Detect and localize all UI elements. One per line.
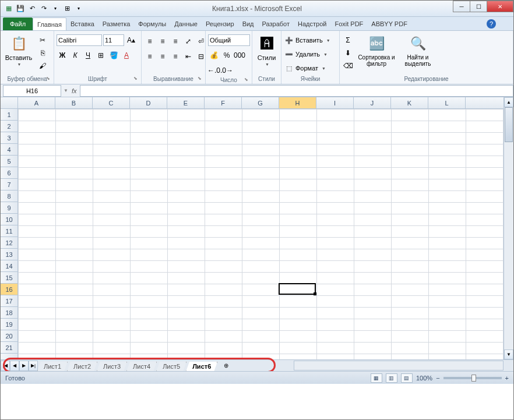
zoom-slider[interactable] (443, 377, 502, 379)
column-header[interactable]: L (428, 97, 466, 108)
sheet-nav-next-icon[interactable]: ▶ (19, 361, 29, 371)
align-right-icon[interactable]: ≡ (170, 51, 181, 62)
row-header[interactable]: 13 (1, 249, 17, 260)
row-header[interactable]: 17 (1, 295, 17, 307)
row-header[interactable]: 7 (1, 179, 17, 190)
qat-dropdown-icon[interactable]: ▾ (74, 4, 83, 13)
ribbon-tab[interactable]: Вставка (66, 17, 98, 30)
copy-icon[interactable]: ⎘ (37, 47, 48, 59)
row-header[interactable]: 18 (1, 307, 17, 319)
ribbon-tab[interactable]: Надстрой (294, 17, 330, 30)
currency-icon[interactable]: 💰 (208, 50, 220, 61)
sheet-tab[interactable]: Лист2 (67, 362, 97, 372)
sheet-nav-prev-icon[interactable]: ◀ (10, 361, 19, 371)
zoom-in-icon[interactable]: + (505, 375, 509, 382)
paste-button[interactable]: 📋 Вставить ▼ (3, 34, 34, 66)
qat-more-icon[interactable]: ▾ (51, 4, 60, 13)
align-left-icon[interactable]: ≡ (144, 51, 156, 62)
comma-icon[interactable]: 000 (234, 50, 245, 61)
row-header[interactable]: 20 (1, 330, 17, 342)
vscroll-thumb[interactable] (505, 107, 513, 142)
row-header[interactable]: 3 (1, 132, 17, 144)
maximize-button[interactable]: ☐ (470, 1, 487, 12)
page-layout-view-icon[interactable]: ▥ (386, 373, 397, 383)
fx-button[interactable]: fx (68, 87, 80, 94)
redo-icon[interactable]: ↷ (39, 4, 48, 13)
styles-dropdown-icon[interactable]: ▼ (265, 62, 269, 66)
insert-cells-button[interactable]: ➕Вставить▼ (284, 34, 332, 46)
active-cell[interactable] (279, 283, 316, 295)
row-header[interactable]: 11 (1, 225, 17, 237)
scroll-up-icon[interactable]: ▲ (504, 97, 513, 107)
row-header[interactable]: 21 (1, 342, 17, 354)
format-cells-button[interactable]: ⬚Формат▼ (284, 62, 327, 74)
row-header[interactable]: 19 (1, 319, 17, 330)
ribbon-tab[interactable]: ABBYY PDF (367, 17, 411, 30)
horizontal-scrollbar[interactable] (294, 361, 504, 370)
column-header[interactable]: I (316, 97, 354, 108)
zoom-out-icon[interactable]: − (436, 375, 439, 382)
zoom-thumb[interactable] (471, 375, 476, 382)
row-header[interactable]: 14 (1, 260, 17, 272)
ribbon-tab[interactable]: Главная (33, 17, 66, 30)
ribbon-tab[interactable]: Разработ (258, 17, 294, 30)
column-header[interactable]: K (391, 97, 428, 108)
column-header[interactable]: F (205, 97, 242, 108)
orientation-icon[interactable]: ⤢ (182, 36, 194, 47)
clear-icon[interactable]: ⌫ (342, 60, 354, 72)
row-header[interactable]: 2 (1, 121, 17, 132)
insert-sheet-icon[interactable]: ⊕ (220, 361, 233, 370)
ribbon-tab[interactable]: Формулы (134, 17, 170, 30)
italic-icon[interactable]: К (69, 50, 81, 61)
number-format-select[interactable] (208, 34, 250, 46)
border-icon[interactable]: ⊞ (95, 50, 107, 61)
bold-icon[interactable]: Ж (57, 50, 68, 61)
undo-icon[interactable]: ↶ (27, 4, 37, 13)
row-header[interactable]: 9 (1, 202, 17, 214)
select-all-button[interactable] (1, 97, 18, 108)
align-top-icon[interactable]: ≡ (144, 36, 156, 47)
column-header[interactable]: J (354, 97, 391, 108)
column-header[interactable]: E (167, 97, 205, 108)
merge-icon[interactable]: ⊟ (195, 51, 207, 62)
row-header[interactable]: 8 (1, 190, 17, 202)
close-button[interactable]: ✕ (487, 1, 513, 12)
percent-icon[interactable]: % (221, 50, 233, 61)
row-header[interactable]: 12 (1, 237, 17, 249)
vertical-scrollbar[interactable]: ▲ ▼ (504, 97, 513, 359)
column-header[interactable]: D (130, 97, 167, 108)
underline-icon[interactable]: Ч (82, 50, 94, 61)
row-header[interactable]: 1 (1, 109, 17, 121)
formula-input[interactable] (80, 85, 513, 97)
ribbon-tab[interactable]: Вид (238, 17, 258, 30)
paste-dropdown-icon[interactable]: ▼ (17, 62, 22, 66)
help-icon[interactable]: ? (487, 19, 496, 29)
qat-misc-icon[interactable]: ⊞ (62, 4, 72, 13)
align-bottom-icon[interactable]: ≡ (170, 36, 181, 47)
font-name-select[interactable] (57, 34, 102, 46)
ribbon-tab[interactable]: Данные (170, 17, 202, 30)
indent-dec-icon[interactable]: ⇤ (182, 51, 194, 62)
sheet-tab[interactable]: Лист4 (126, 362, 157, 372)
row-header[interactable]: 15 (1, 272, 17, 284)
column-header[interactable]: H (279, 97, 316, 108)
ribbon-tab[interactable]: Разметка (98, 17, 135, 30)
column-header[interactable]: A (18, 97, 55, 108)
column-header[interactable]: B (55, 97, 93, 108)
sort-filter-button[interactable]: 🔤 Сортировка и фильтр (356, 34, 397, 67)
styles-button[interactable]: 🅰 Стили ▼ (255, 34, 279, 66)
align-center-icon[interactable]: ≡ (157, 51, 168, 62)
sheet-tab[interactable]: Лист3 (97, 362, 127, 372)
format-painter-icon[interactable]: 🖌 (37, 60, 48, 72)
sheet-nav-last-icon[interactable]: ▶| (29, 361, 38, 371)
row-header[interactable]: 10 (1, 214, 17, 225)
file-tab[interactable]: Файл (3, 17, 33, 30)
increase-font-icon[interactable]: A▴ (125, 34, 137, 46)
row-header[interactable]: 6 (1, 167, 17, 179)
find-select-button[interactable]: 🔍 Найти и выделить (399, 34, 436, 67)
cells-area[interactable] (18, 109, 513, 359)
column-header[interactable]: G (242, 97, 279, 108)
name-box[interactable]: H16 (3, 85, 61, 97)
decrease-decimal-icon[interactable]: .0→ (221, 65, 233, 76)
column-header[interactable]: C (93, 97, 130, 108)
